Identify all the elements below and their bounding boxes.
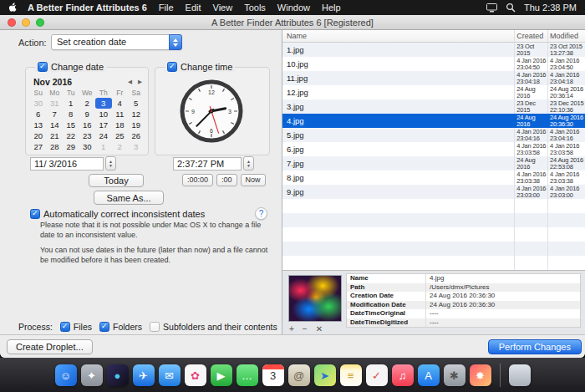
- finder-icon[interactable]: ☺: [55, 364, 77, 386]
- calendar-day[interactable]: 1: [95, 141, 112, 152]
- calendar-day[interactable]: 4: [112, 98, 129, 109]
- menu-item-help[interactable]: Help: [322, 3, 341, 13]
- contacts-icon[interactable]: @: [288, 364, 310, 386]
- menu-item-tools[interactable]: Tools: [244, 3, 266, 13]
- table-row-empty[interactable]: [282, 213, 585, 227]
- calendar-day[interactable]: 9: [79, 109, 96, 120]
- calendar-prev-button[interactable]: ◀: [128, 79, 132, 85]
- calendar-icon[interactable]: 3: [262, 364, 284, 386]
- calendar-next-button[interactable]: ▶: [138, 79, 142, 85]
- apple-menu-icon[interactable]: [8, 3, 17, 13]
- mail-icon[interactable]: ✉: [159, 364, 181, 386]
- calendar-day[interactable]: 27: [30, 141, 47, 152]
- time-quick-button-1[interactable]: :00: [216, 174, 237, 186]
- process-option[interactable]: Files: [60, 322, 92, 332]
- app-store-icon[interactable]: A: [418, 364, 440, 386]
- table-row-empty[interactable]: [282, 256, 585, 270]
- process-option[interactable]: Folders: [99, 322, 142, 332]
- same-as-button[interactable]: Same As...: [94, 191, 164, 205]
- calendar-day[interactable]: 19: [128, 120, 145, 130]
- calendar-day[interactable]: 29: [63, 141, 79, 152]
- notes-icon[interactable]: ≡: [340, 364, 362, 386]
- checkbox-icon[interactable]: [167, 62, 177, 72]
- calendar-day[interactable]: 13: [30, 120, 47, 130]
- time-quick-button-0[interactable]: :00:00: [182, 174, 213, 186]
- menubar-clock[interactable]: Thu 2:38 PM: [524, 3, 577, 13]
- checkbox-icon[interactable]: [38, 62, 48, 72]
- help-button[interactable]: ?: [255, 207, 267, 220]
- table-row[interactable]: 5.jpg4 Jan 2016 23:04:164 Jan 2016 23:04…: [282, 128, 585, 142]
- clear-list-button[interactable]: ✕: [316, 325, 323, 333]
- table-row[interactable]: 10.jpg4 Jan 2016 23:04:504 Jan 2016 23:0…: [282, 57, 585, 71]
- calendar-day[interactable]: 26: [128, 130, 145, 141]
- title-bar[interactable]: A Better Finder Attributes 6 [Registered…: [0, 15, 585, 30]
- calendar-day[interactable]: 3: [128, 141, 145, 152]
- siri-icon[interactable]: ●: [107, 364, 129, 386]
- photos-icon[interactable]: ✿: [185, 364, 206, 386]
- time-input[interactable]: 2:37:27 PM: [173, 157, 242, 171]
- spotlight-icon[interactable]: [506, 3, 516, 13]
- calendar-day[interactable]: 22: [63, 130, 79, 141]
- calendar-day[interactable]: 31: [47, 98, 64, 109]
- calendar-day[interactable]: 25: [112, 130, 129, 141]
- calendar-day[interactable]: 1: [63, 98, 79, 109]
- analog-clock[interactable]: 12369: [178, 78, 245, 145]
- calendar-day[interactable]: 7: [47, 109, 64, 120]
- menu-item-file[interactable]: File: [159, 3, 174, 13]
- calendar-day[interactable]: 17: [95, 120, 112, 130]
- date-input[interactable]: 11/ 3/2016: [30, 157, 104, 171]
- calendar-day[interactable]: 10: [95, 109, 112, 120]
- calendar-day[interactable]: 14: [47, 120, 64, 130]
- calendar-day[interactable]: 20: [30, 130, 47, 141]
- table-row[interactable]: 3.jpg23 Dec 2015 22:10:3623 Dec 2015 22:…: [282, 99, 585, 114]
- time-stepper[interactable]: [243, 156, 254, 171]
- menu-item-view[interactable]: View: [213, 3, 233, 13]
- close-window-button[interactable]: [8, 18, 16, 27]
- calendar-day[interactable]: 24: [95, 130, 112, 141]
- checkbox-icon[interactable]: [150, 322, 160, 332]
- calendar-day[interactable]: 18: [112, 120, 129, 130]
- table-row-empty[interactable]: [282, 242, 585, 256]
- calendar-day[interactable]: 23: [79, 130, 96, 141]
- facetime-icon[interactable]: ▶: [211, 364, 232, 386]
- table-row-empty[interactable]: [282, 227, 585, 242]
- column-header-created[interactable]: Created: [515, 30, 548, 42]
- column-header-name[interactable]: Name: [282, 30, 515, 42]
- checkbox-icon[interactable]: [30, 209, 40, 219]
- menubar-app-name[interactable]: A Better Finder Attributes 6: [28, 3, 147, 13]
- table-row[interactable]: 8.jpg4 Jan 2016 23:03:384 Jan 2016 23:03…: [282, 171, 585, 185]
- auto-correct-checkbox[interactable]: Automatically correct inconsistent dates: [30, 209, 205, 219]
- table-row[interactable]: 9.jpg4 Jan 2016 23:03:004 Jan 2016 23:03…: [282, 185, 585, 199]
- perform-changes-button[interactable]: Perform Changes: [488, 339, 582, 354]
- change-time-checkbox[interactable]: Change time: [165, 62, 235, 72]
- menu-item-edit[interactable]: Edit: [186, 3, 201, 13]
- calendar-day[interactable]: 30: [30, 98, 47, 109]
- calendar-day[interactable]: 5: [128, 98, 145, 109]
- messages-icon[interactable]: …: [237, 364, 258, 386]
- zoom-window-button[interactable]: [36, 18, 44, 27]
- calendar-day[interactable]: 15: [63, 120, 79, 130]
- system-preferences-icon[interactable]: ✱: [444, 364, 465, 386]
- calendar-day[interactable]: 11: [112, 109, 129, 120]
- calendar-day[interactable]: 30: [79, 141, 96, 152]
- calendar-day[interactable]: 28: [47, 141, 64, 152]
- abfa-app-icon[interactable]: ✸: [470, 364, 491, 386]
- calendar-day[interactable]: 12: [128, 109, 145, 120]
- remove-item-button[interactable]: −: [303, 325, 308, 333]
- change-date-checkbox[interactable]: Change date: [35, 62, 106, 72]
- table-row[interactable]: 11.jpg4 Jan 2016 23:04:184 Jan 2016 23:0…: [282, 71, 585, 85]
- reminders-icon[interactable]: ✓: [366, 364, 388, 386]
- create-droplet-button[interactable]: Create Droplet...: [7, 339, 93, 354]
- table-row-empty[interactable]: [282, 199, 585, 213]
- table-row[interactable]: 4.jpg24 Aug 2016 20:36:3024 Aug 2016 20:…: [282, 114, 585, 128]
- table-row[interactable]: 7.jpg24 Aug 2016 22:53:0824 Aug 2016 22:…: [282, 156, 585, 171]
- calendar-day[interactable]: 21: [47, 130, 64, 141]
- table-row[interactable]: 12.jpg24 Aug 2016 20:36:1424 Aug 2016 20…: [282, 85, 585, 99]
- calendar-day[interactable]: 6: [30, 109, 47, 120]
- safari-icon[interactable]: ✈: [133, 364, 155, 386]
- checkbox-icon[interactable]: [60, 322, 70, 332]
- menu-item-window[interactable]: Window: [277, 3, 310, 13]
- checkbox-icon[interactable]: [99, 322, 109, 332]
- maps-icon[interactable]: ➤: [314, 364, 336, 386]
- calendar-day-selected[interactable]: 3: [95, 98, 112, 109]
